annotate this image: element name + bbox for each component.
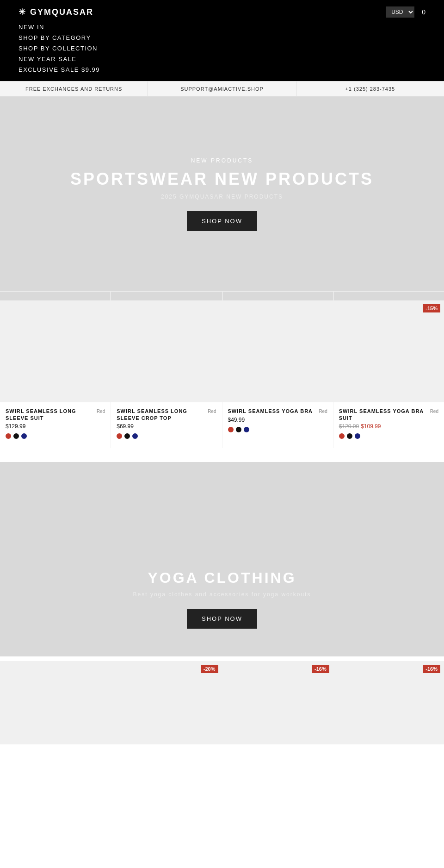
product-name-2: SWIRL SEAMLESS YOGA BRA xyxy=(228,408,313,415)
product-image-1[interactable] xyxy=(111,300,222,402)
bottom-card-image-2[interactable]: -16% xyxy=(222,661,333,744)
brand-name: GYMQUASAR xyxy=(30,7,93,17)
strip-cell-1 xyxy=(0,292,111,300)
color-dot-0-2[interactable] xyxy=(21,433,27,439)
nav-menu: NEW INSHOP BY CATEGORYSHOP BY COLLECTION… xyxy=(18,20,426,81)
nav-item-exclusive-sale[interactable]: EXCLUSIVE SALE $9.99 xyxy=(18,65,426,75)
yoga-shop-now-button[interactable]: SHOP NOW xyxy=(187,609,257,629)
products-section: SWIRL SEAMLESS LONG SLEEVE SUITRed$129.9… xyxy=(0,300,444,457)
nav-item-new-year-sale[interactable]: NEW YEAR SALE xyxy=(18,54,426,64)
hero-title: SPORTSWEAR NEW PRODUCTS xyxy=(70,169,374,189)
logo-icon: ✳ xyxy=(18,7,26,17)
bottom-card-0 xyxy=(0,661,111,744)
strip-cell-3 xyxy=(222,292,333,300)
nav-item-shop-by-collection[interactable]: SHOP BY COLLECTION xyxy=(18,44,426,53)
product-color-label-2: Red xyxy=(319,409,327,414)
nav-right: USD 0 xyxy=(386,6,426,18)
product-color-label-1: Red xyxy=(208,409,216,414)
currency-selector[interactable]: USD xyxy=(386,6,414,18)
hero-description: 2025 GYMQUASAR NEW PRODUCTS xyxy=(161,194,283,200)
discount-badge-3: -15% xyxy=(423,304,440,312)
product-name-0: SWIRL SEAMLESS LONG SLEEVE SUIT xyxy=(6,408,94,422)
info-bar-item-2: +1 (325) 283-7435 xyxy=(296,81,444,96)
strip-cell-4 xyxy=(333,292,444,300)
navigation: ✳ GYMQUASAR USD 0 NEW INSHOP BY CATEGORY… xyxy=(0,0,444,81)
bottom-card-image-3[interactable]: -16% xyxy=(333,661,444,744)
product-image-3[interactable]: -15% xyxy=(333,300,444,402)
hero-subtitle: NEW PRODUCTS xyxy=(191,157,253,164)
product-strip-top xyxy=(0,291,444,300)
nav-item-shop-by-category[interactable]: SHOP BY CATEGORY xyxy=(18,33,426,43)
info-bar-item-1: SUPPORT@AMIACTIVE.SHOP xyxy=(148,81,296,96)
color-dot-2-1[interactable] xyxy=(236,427,241,432)
color-dot-2-0[interactable] xyxy=(228,427,234,432)
nav-item-new-in[interactable]: NEW IN xyxy=(18,22,426,32)
color-dot-1-2[interactable] xyxy=(132,433,138,439)
yoga-section-description: Best yoga clothes and accessories for yo… xyxy=(133,591,311,598)
cart-count[interactable]: 0 xyxy=(422,8,426,16)
nav-top: ✳ GYMQUASAR USD 0 xyxy=(18,0,426,20)
bottom-product-strip: -20%-16%-16% xyxy=(0,656,444,744)
product-price-0: $129.99 xyxy=(6,423,105,430)
bottom-card-3: -16% xyxy=(333,661,444,744)
product-grid: SWIRL SEAMLESS LONG SLEEVE SUITRed$129.9… xyxy=(0,300,444,448)
bottom-card-2: -16% xyxy=(222,661,333,744)
bottom-card-image-1[interactable]: -20% xyxy=(111,661,222,744)
info-bar: FREE EXCHANGES AND RETURNSSUPPORT@AMIACT… xyxy=(0,81,444,97)
yoga-section-title: YOGA CLOTHING xyxy=(148,569,296,587)
color-dot-0-0[interactable] xyxy=(6,433,11,439)
color-dot-3-0[interactable] xyxy=(339,433,345,439)
color-dot-1-0[interactable] xyxy=(117,433,122,439)
yoga-section-banner: YOGA CLOTHING Best yoga clothes and acce… xyxy=(0,462,444,656)
color-dot-1-1[interactable] xyxy=(124,433,130,439)
color-dot-0-1[interactable] xyxy=(13,433,19,439)
product-price-2: $49.99 xyxy=(228,417,327,423)
bottom-discount-badge-2: -16% xyxy=(312,665,329,673)
product-card-3: -15%SWIRL SEAMLESS YOGA BRA SUITRed$120.… xyxy=(333,300,444,448)
product-card-2: SWIRL SEAMLESS YOGA BRARed$49.99 xyxy=(222,300,333,448)
color-dot-2-2[interactable] xyxy=(244,427,249,432)
info-bar-item-0: FREE EXCHANGES AND RETURNS xyxy=(0,81,148,96)
color-dots-1 xyxy=(117,433,216,439)
product-card-0: SWIRL SEAMLESS LONG SLEEVE SUITRed$129.9… xyxy=(0,300,111,448)
bottom-discount-badge-1: -20% xyxy=(201,665,218,673)
bottom-card-image-0[interactable] xyxy=(0,661,111,744)
product-color-label-3: Red xyxy=(430,409,438,414)
color-dot-3-2[interactable] xyxy=(355,433,360,439)
bottom-discount-badge-3: -16% xyxy=(423,665,440,673)
product-card-1: SWIRL SEAMLESS LONG SLEEVE CROP TOPRed$6… xyxy=(111,300,222,448)
hero-banner: NEW PRODUCTS SPORTSWEAR NEW PRODUCTS 202… xyxy=(0,97,444,291)
bottom-card-1: -20% xyxy=(111,661,222,744)
product-image-2[interactable] xyxy=(222,300,333,402)
product-price-3: $120.00$109.99 xyxy=(339,423,438,430)
product-image-0[interactable] xyxy=(0,300,111,402)
color-dots-0 xyxy=(6,433,105,439)
color-dot-3-1[interactable] xyxy=(347,433,352,439)
hero-shop-now-button[interactable]: SHOP NOW xyxy=(187,211,257,231)
product-price-1: $69.99 xyxy=(117,423,216,430)
product-color-label-0: Red xyxy=(97,409,105,414)
color-dots-2 xyxy=(228,427,327,432)
color-dots-3 xyxy=(339,433,438,439)
product-name-1: SWIRL SEAMLESS LONG SLEEVE CROP TOP xyxy=(117,408,205,422)
strip-cell-2 xyxy=(111,292,222,300)
product-name-3: SWIRL SEAMLESS YOGA BRA SUIT xyxy=(339,408,427,422)
logo[interactable]: ✳ GYMQUASAR xyxy=(18,7,93,17)
